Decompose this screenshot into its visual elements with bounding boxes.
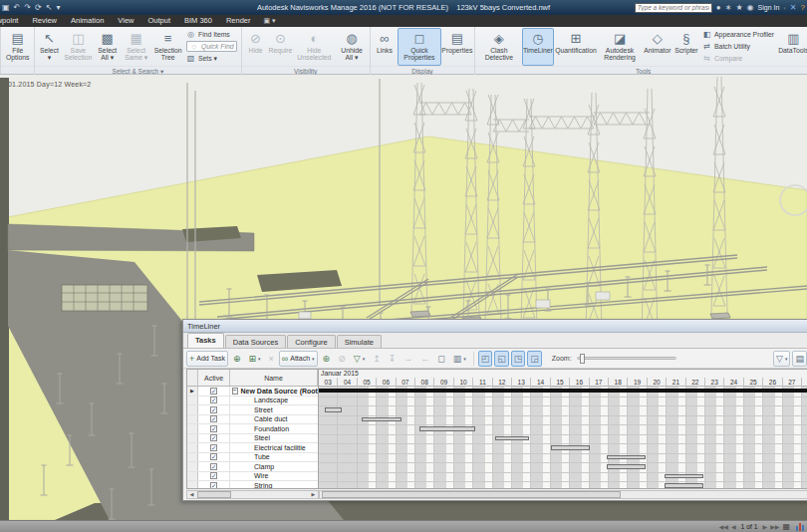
- task-bar[interactable]: [419, 426, 475, 431]
- search-input[interactable]: [635, 3, 712, 13]
- row-selector-cell[interactable]: [187, 415, 198, 424]
- active-checkbox[interactable]: ✓: [210, 415, 217, 422]
- move-down-button[interactable]: ↧: [386, 351, 400, 367]
- active-checkbox[interactable]: ✓: [210, 463, 217, 470]
- row-selector-cell[interactable]: [187, 397, 198, 405]
- task-bar[interactable]: [607, 464, 646, 469]
- row-selector-cell[interactable]: [187, 453, 198, 462]
- filter-button[interactable]: ▽▾: [773, 351, 790, 367]
- select-button[interactable]: ↖Select ▾: [37, 28, 61, 66]
- hide-unselected-button[interactable]: ◐Hide Unselected: [294, 28, 336, 66]
- ribbon-tab-viewpoint[interactable]: Viewpoint: [0, 15, 25, 27]
- ribbon-tab-output[interactable]: Output: [140, 15, 177, 27]
- find-items-button[interactable]: ◎Find Items: [186, 29, 236, 40]
- first-sheet-icon[interactable]: ◀◀: [719, 523, 728, 530]
- performance-meter-icon[interactable]: [796, 523, 804, 531]
- move-up-button[interactable]: ↥: [370, 351, 384, 367]
- require-button[interactable]: ⊙Require: [269, 28, 293, 66]
- batch-utility-button[interactable]: ⇄Batch Utility: [702, 41, 774, 52]
- save-selection-button[interactable]: ◫Save Selection: [62, 28, 94, 66]
- row-selector-cell[interactable]: [187, 424, 198, 433]
- task-name-cell[interactable]: Landscape: [230, 397, 318, 405]
- render-style-icon[interactable]: ▣ ▾: [264, 17, 276, 25]
- row-selector-cell[interactable]: [187, 472, 198, 481]
- active-checkbox[interactable]: ✓: [210, 482, 217, 488]
- comments-button[interactable]: ◻: [434, 351, 447, 367]
- ribbon-tab-review[interactable]: Review: [25, 15, 64, 27]
- communication-center-icon[interactable]: ∗: [725, 2, 732, 14]
- task-row[interactable]: ✓Foundation: [187, 424, 318, 434]
- attach-button[interactable]: ∞Attach▾: [279, 351, 318, 367]
- row-selector-cell[interactable]: [187, 443, 198, 452]
- sign-in-button[interactable]: Sign In: [758, 4, 780, 11]
- task-bar[interactable]: [551, 445, 590, 450]
- caret-down-icon[interactable]: ▾: [783, 2, 786, 14]
- ribbon-tab-bim-360[interactable]: BIM 360: [177, 15, 219, 27]
- task-bar[interactable]: [495, 436, 530, 441]
- compare-button[interactable]: ⇆Compare: [702, 53, 774, 64]
- ribbon-tab-animation[interactable]: Animation: [64, 15, 111, 27]
- gantt-view-both-button[interactable]: ◲: [527, 351, 542, 367]
- gantt-view-actual-button[interactable]: ◳: [511, 351, 526, 367]
- active-column-header[interactable]: Active: [198, 370, 230, 386]
- quantification-button[interactable]: ⊞Quantification: [555, 28, 597, 66]
- last-sheet-icon[interactable]: ▶▶: [770, 523, 779, 530]
- properties-button[interactable]: ▤Properties: [442, 28, 472, 66]
- task-name-cell[interactable]: Electrical facilitie: [230, 443, 318, 452]
- indent-button[interactable]: →: [401, 351, 415, 367]
- previous-sheet-icon[interactable]: ◀: [731, 523, 736, 530]
- gantt-view-planned-button[interactable]: ◱: [494, 351, 509, 367]
- task-name-cell[interactable]: Steel: [230, 434, 318, 443]
- exchange-close-icon[interactable]: ✕: [790, 2, 797, 14]
- find-tasks-button[interactable]: ▽▾: [351, 351, 368, 367]
- active-checkbox[interactable]: ✓: [210, 444, 217, 451]
- clash-detective-button[interactable]: ◈Clash Detective: [477, 28, 521, 66]
- selection-tree-button[interactable]: ≡Selection Tree: [152, 28, 183, 66]
- scroll-left-icon[interactable]: ◀: [187, 491, 196, 498]
- select-all-button[interactable]: ▩Select All ▾: [95, 28, 120, 66]
- gantt-chart[interactable]: Januar 2015 0304050607080910111213141516…: [319, 369, 807, 489]
- viewport-3d[interactable]: 01.2015 Day=12 Week=2 TimeLiner TasksDat…: [0, 75, 807, 520]
- timeliner-tab-data-sources[interactable]: Data Sources: [225, 335, 286, 348]
- insert-task-button[interactable]: ⊕: [230, 351, 244, 367]
- collapse-icon[interactable]: −: [232, 388, 238, 395]
- sets-button[interactable]: ▧Sets ▾: [186, 53, 236, 64]
- search-icon[interactable]: ●: [716, 2, 721, 14]
- auto-add-tasks-button[interactable]: ⊞▾: [245, 351, 263, 367]
- next-sheet-icon[interactable]: ▶: [763, 523, 768, 530]
- task-row[interactable]: ✓Cable duct: [187, 415, 318, 425]
- active-checkbox[interactable]: ✓: [210, 397, 217, 403]
- select-same-button[interactable]: ▦Select Same ▾: [121, 28, 151, 66]
- task-name-cell[interactable]: Street: [230, 405, 318, 414]
- choose-columns-button[interactable]: ▥▾: [450, 351, 469, 367]
- grid-horizontal-scrollbar[interactable]: ◀ ▶: [186, 490, 319, 499]
- add-task-button[interactable]: +Add Task: [186, 351, 228, 367]
- task-row[interactable]: ✓String: [187, 481, 318, 488]
- task-row[interactable]: ✓Street: [187, 405, 318, 415]
- timeliner-button[interactable]: ◷TimeLiner: [522, 28, 554, 66]
- task-row[interactable]: ✓Steel: [187, 434, 318, 444]
- quick-properties-button[interactable]: ◻Quick Properties: [398, 28, 441, 66]
- active-checkbox[interactable]: ✓: [210, 388, 217, 395]
- name-column-header[interactable]: Name: [230, 370, 318, 386]
- export-button[interactable]: ▤: [792, 351, 807, 367]
- row-selector-cell[interactable]: [187, 462, 198, 471]
- show-gantt-button[interactable]: ◰: [478, 351, 493, 367]
- row-selector-cell[interactable]: [187, 405, 198, 414]
- clear-attach-button[interactable]: ⊘: [335, 351, 349, 367]
- scripter-button[interactable]: §Scripter: [673, 28, 699, 66]
- help-icon[interactable]: ?: [801, 2, 805, 14]
- gantt-horizontal-scrollbar[interactable]: [319, 490, 807, 499]
- ribbon-tab-view[interactable]: View: [111, 15, 140, 27]
- auto-attach-button[interactable]: ⊛: [320, 351, 334, 367]
- task-name-cell[interactable]: Foundation: [230, 424, 318, 433]
- row-selector-cell[interactable]: ▶: [187, 387, 198, 396]
- task-name-cell[interactable]: String: [230, 481, 318, 488]
- timeliner-tab-tasks[interactable]: Tasks: [187, 333, 224, 348]
- timeliner-tab-configure[interactable]: Configure: [287, 335, 336, 348]
- timeliner-tab-simulate[interactable]: Simulate: [337, 335, 382, 348]
- active-checkbox[interactable]: ✓: [210, 434, 217, 441]
- sheet-browser-icon[interactable]: ▦: [782, 522, 790, 531]
- task-name-cell[interactable]: Clamp: [230, 462, 318, 471]
- autodesk-rendering-button[interactable]: ◪Autodesk Rendering: [598, 28, 642, 66]
